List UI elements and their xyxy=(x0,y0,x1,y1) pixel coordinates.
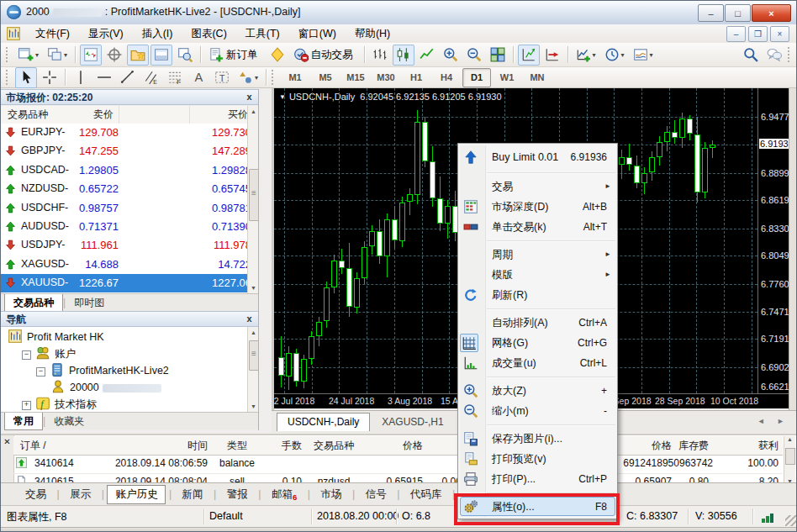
context-menu-item-zoom-out[interactable]: 缩小(m)- xyxy=(458,401,617,421)
context-menu-item-zoom-in[interactable]: 放大(Z)+ xyxy=(458,381,617,401)
maximize-button[interactable]: □ xyxy=(725,4,751,22)
arrows-button[interactable]: ▾ xyxy=(235,67,261,88)
trendline-button[interactable] xyxy=(117,67,139,88)
terminal-tab-4[interactable]: 新闻 xyxy=(175,486,211,503)
timeframe-mn-button[interactable]: MN xyxy=(523,68,552,87)
data-window-button[interactable] xyxy=(103,45,125,66)
chart-tab-2[interactable]: XAGUSD-,H1 xyxy=(372,413,453,431)
market-watch-tab-1[interactable]: 交易品种 xyxy=(4,294,63,312)
market-watch-row-gbpjpy-[interactable]: GBPJPY-147.255147.289 xyxy=(1,142,258,161)
timeframe-h4-button[interactable]: H4 xyxy=(432,68,461,87)
terminal-column-time[interactable]: 时间 xyxy=(100,439,208,453)
equidistant-channel-button[interactable]: E xyxy=(140,67,162,88)
close-button[interactable]: × xyxy=(752,4,791,22)
search-button[interactable] xyxy=(740,45,762,66)
templates-button[interactable]: ▾ xyxy=(630,45,657,66)
periods-button[interactable]: ▾ xyxy=(601,45,628,66)
context-menu-item-volumes[interactable]: 成交量(u)Ctrl+L xyxy=(458,353,617,373)
market-watch-row-audusd-[interactable]: AUDUSD-0.713710.71390 xyxy=(1,218,258,236)
new-chart-button[interactable]: ▾ xyxy=(15,45,42,66)
context-menu-item-buy-limit[interactable]: Buy Limit 0.016.91936 xyxy=(458,145,617,169)
mdi-minimize-button[interactable]: – xyxy=(726,26,746,42)
market-watch-tab-2[interactable]: 即时图 xyxy=(66,294,113,311)
context-menu-item-trade[interactable]: 交易► xyxy=(458,176,617,197)
market-watch-row-eurjpy-[interactable]: EURJPY-129.708129.730 xyxy=(1,124,258,142)
navigator-tab-2[interactable]: 收藏夹 xyxy=(45,413,92,429)
timeframe-d1-button[interactable]: D1 xyxy=(462,68,491,87)
menubar-item-7[interactable]: 帮助(H) xyxy=(346,25,399,43)
timeframe-m30-button[interactable]: M30 xyxy=(372,68,400,87)
context-menu-item-save-as-picture[interactable]: 保存为图片(i)... xyxy=(458,429,617,449)
terminal-column-lots[interactable]: 手数 xyxy=(267,439,302,453)
scrollbar-thumb[interactable] xyxy=(785,448,795,465)
navigator-item-4[interactable]: 20000 xyxy=(1,379,258,396)
text-button[interactable]: A xyxy=(187,67,209,88)
market-watch-close-icon[interactable]: x xyxy=(244,92,255,103)
navigator-item-3[interactable]: −ProfitMarketHK-Live2 xyxy=(1,362,258,379)
terminal-tab-9[interactable]: 代码库 xyxy=(403,486,450,503)
column-symbol[interactable]: 交易品种 xyxy=(8,106,48,123)
chart-shift-button[interactable] xyxy=(518,45,540,66)
terminal-column-price[interactable]: 价格 xyxy=(366,439,423,453)
profiles-button[interactable]: ▾ xyxy=(44,45,71,66)
vertical-line-button[interactable] xyxy=(70,67,92,88)
community-button[interactable] xyxy=(763,45,785,66)
resize-grip[interactable] xyxy=(785,515,796,526)
navigator-tab-1[interactable]: 常用 xyxy=(4,413,43,430)
timeframe-m5-button[interactable]: M5 xyxy=(311,68,340,87)
status-profile[interactable]: Default xyxy=(209,510,243,522)
context-menu-item-templates[interactable]: 模版► xyxy=(458,265,617,285)
market-watch-row-xauusd-[interactable]: XAUUSD-1226.671227.06 xyxy=(1,274,258,292)
fibonacci-retracement-button[interactable]: F xyxy=(164,67,186,88)
terminal-tab-7[interactable]: 市场 xyxy=(314,486,350,503)
context-menu-item-one-click-trading[interactable]: 单击交易(k)Alt+T xyxy=(458,217,617,237)
navigator-scrollbar[interactable]: ▲ ▼ xyxy=(247,327,259,412)
cursor-button[interactable] xyxy=(15,67,37,88)
navigator-item-1[interactable]: Profit Market HK xyxy=(1,329,258,345)
menubar-item-5[interactable]: 工具(T) xyxy=(236,25,289,43)
terminal-column-type[interactable]: 类型 xyxy=(208,439,267,453)
terminal-tab-1[interactable]: 交易 xyxy=(18,486,54,503)
market-watch-button[interactable] xyxy=(80,45,102,66)
navigator-close-icon[interactable]: x xyxy=(244,313,255,324)
price-axis[interactable]: 6.947756.889956.861906.833006.804956.776… xyxy=(757,88,789,393)
context-menu-item-grid[interactable]: 网格(G)Ctrl+G xyxy=(458,333,617,353)
strategy-tester-button[interactable] xyxy=(174,45,196,66)
navigator-item-2[interactable]: −账户 xyxy=(1,345,258,362)
terminal-row-3410614[interactable]: 34106142018.09.14 08:06:59balance100.006… xyxy=(13,455,783,474)
context-menu-item-refresh[interactable]: 刷新(R) xyxy=(458,285,617,305)
menubar-item-6[interactable]: 窗口(W) xyxy=(289,25,346,43)
menubar-item-4[interactable]: 图表(C) xyxy=(182,25,235,43)
chart-line-button[interactable] xyxy=(416,45,438,66)
chart-candles-button[interactable] xyxy=(393,45,414,66)
terminal-column-profit[interactable]: 获利 xyxy=(709,439,779,453)
zoom-out-button[interactable] xyxy=(463,45,485,66)
context-menu-item-depth-of-market[interactable]: 市场深度(D)Alt+B xyxy=(458,197,617,217)
indicators-button[interactable]: ▾ xyxy=(573,45,599,66)
context-menu-item-print-preview[interactable]: 打印预览(v) xyxy=(458,449,617,469)
tile-windows-button[interactable] xyxy=(487,45,509,66)
navigator-button[interactable] xyxy=(127,45,149,66)
terminal-close-icon[interactable]: ✕ xyxy=(3,437,12,446)
market-watch-row-usdjpy-[interactable]: USDJPY-111.961111.978 xyxy=(1,236,258,255)
menubar-item-2[interactable]: 显示(V) xyxy=(79,25,133,43)
market-watch-row-xagusd-[interactable]: XAGUSD-14.68814.722 xyxy=(1,255,258,274)
auto-scroll-button[interactable] xyxy=(541,45,563,66)
timeframe-w1-button[interactable]: W1 xyxy=(493,68,521,87)
chart-tab-1[interactable]: USDCNH-,Daily xyxy=(277,413,370,431)
navigator-item-5[interactable]: +f技术指标 xyxy=(1,396,258,412)
context-menu-item-print[interactable]: 打印(P)...Ctrl+P xyxy=(458,469,617,489)
text-label-button[interactable]: T xyxy=(211,67,233,88)
terminal-column-symbol[interactable]: 交易品种 xyxy=(302,439,366,453)
context-menu-item-auto-arrange[interactable]: 自动排列(A)Ctrl+A xyxy=(458,313,617,333)
terminal-tab-5[interactable]: 警报 xyxy=(219,486,256,503)
crosshair-button[interactable] xyxy=(39,67,61,88)
timeframe-m15-button[interactable]: M15 xyxy=(341,68,370,87)
chart-tab-scroll-icons[interactable]: ◄ ► xyxy=(757,417,789,425)
market-watch-row-usdcad-[interactable]: USDCAD-1.298051.29828 xyxy=(1,161,258,180)
collapse-icon[interactable]: − xyxy=(36,367,45,377)
terminal-column-order[interactable]: 订单 / xyxy=(16,439,104,453)
column-bid[interactable]: 卖价 xyxy=(93,106,113,123)
new-order-button[interactable]: 新订单 xyxy=(205,45,265,66)
timeframe-h1-button[interactable]: H1 xyxy=(402,68,430,87)
